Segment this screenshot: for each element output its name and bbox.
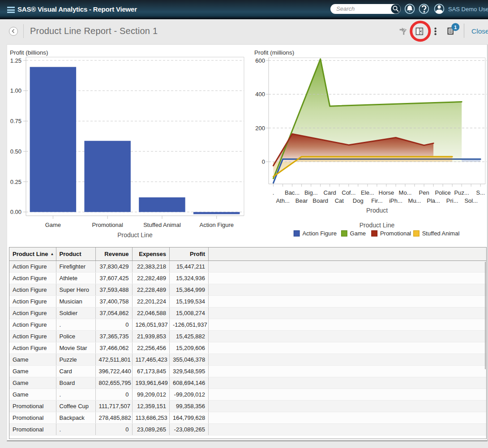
svg-text:Promotional: Promotional (92, 222, 123, 228)
svg-text:0: 0 (262, 158, 265, 165)
svg-text:Pen: Pen (419, 189, 429, 196)
svg-text:Sol...: Sol... (464, 197, 478, 204)
svg-text:Board: Board (312, 197, 328, 204)
svg-text:Bac...: Bac... (285, 189, 300, 196)
svg-text:1.00: 1.00 (10, 87, 21, 94)
svg-text:Bear: Bear (295, 197, 308, 204)
svg-text:Profit (millions): Profit (millions) (254, 49, 294, 56)
svg-text:Action Figure: Action Figure (200, 222, 234, 228)
svg-text:Stuffed Animal: Stuffed Animal (143, 222, 181, 228)
svg-text:Profit (billions): Profit (billions) (10, 49, 48, 56)
svg-text:Stuffed Animal: Stuffed Animal (422, 230, 460, 237)
svg-text:S...: S... (476, 189, 485, 196)
svg-text:Big...: Big... (304, 189, 318, 196)
svg-text:Police: Police (435, 189, 450, 196)
svg-text:0.50: 0.50 (10, 148, 21, 155)
svg-text:Game: Game (45, 222, 61, 228)
svg-text:Product Line: Product Line (117, 231, 153, 239)
svg-text:Ele...: Ele... (361, 189, 374, 196)
svg-text:0.75: 0.75 (10, 118, 21, 124)
svg-text:Mo...: Mo... (399, 189, 412, 196)
svg-text:Action Figure: Action Figure (302, 230, 337, 237)
svg-text:Cof...: Cof... (342, 189, 355, 196)
svg-text:Card: Card (324, 189, 336, 196)
svg-text:Cat: Cat (335, 197, 344, 204)
svg-text:.: . (273, 189, 274, 196)
svg-text:Product Line: Product Line (360, 222, 395, 229)
svg-text:0.00: 0.00 (10, 209, 21, 215)
svg-text:Puz...: Puz... (454, 189, 469, 196)
svg-text:Pla...: Pla... (427, 197, 440, 204)
svg-text:Promotional: Promotional (380, 230, 411, 237)
svg-text:Pri...: Pri... (446, 197, 458, 204)
svg-text:Fir...: Fir... (371, 197, 382, 204)
svg-text:Ath...: Ath... (276, 197, 289, 204)
svg-text:1: 1 (454, 25, 457, 30)
svg-text:Dog: Dog (353, 197, 364, 204)
svg-text:200: 200 (255, 125, 265, 132)
svg-text:400: 400 (255, 91, 265, 98)
svg-text:0.25: 0.25 (10, 179, 21, 185)
svg-text:Mu...: Mu... (408, 197, 421, 204)
svg-text:Game: Game (350, 230, 366, 237)
svg-text:iPh...: iPh... (389, 197, 402, 204)
svg-text:600: 600 (255, 57, 265, 64)
svg-text:Horse: Horse (379, 189, 394, 196)
svg-text:Product: Product (366, 207, 388, 214)
svg-text:1.25: 1.25 (10, 57, 21, 64)
